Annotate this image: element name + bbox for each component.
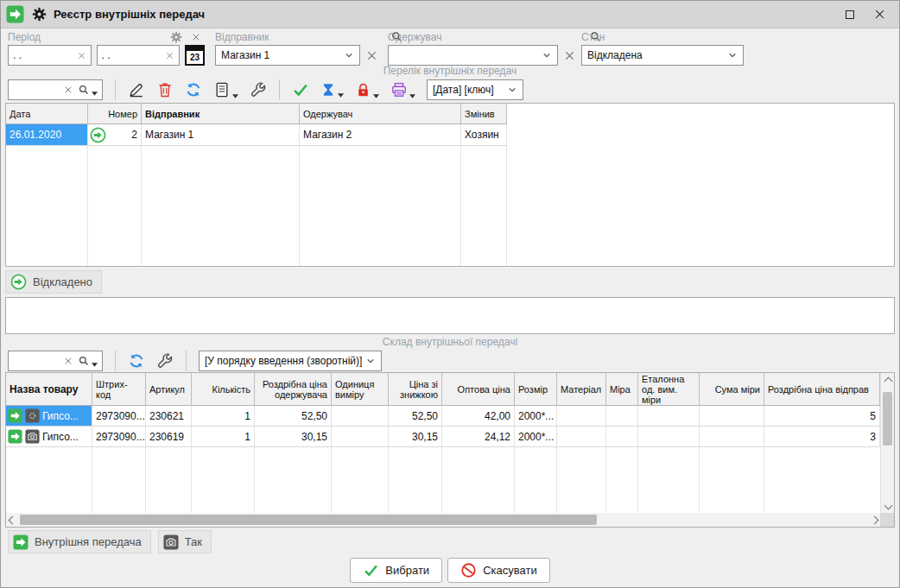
date-to-field[interactable]: . . — [97, 45, 181, 66]
product-row[interactable]: Гипсо... 2973090... 230621 1 52,50 52,50… — [6, 406, 880, 427]
filter-menu-button[interactable] — [320, 82, 344, 98]
cell-product-name[interactable]: Гипсо... — [6, 427, 92, 447]
close-button[interactable] — [865, 3, 894, 26]
state-combobox[interactable]: Відкладена — [581, 45, 744, 66]
check-icon[interactable] — [292, 81, 309, 98]
cell-size[interactable]: 2000*... — [515, 406, 557, 427]
receiver-combobox[interactable] — [388, 45, 558, 66]
column-header-changed-by[interactable]: Змінив — [461, 104, 507, 124]
cancel-button[interactable]: Скасувати — [447, 558, 550, 583]
cell-discount-price[interactable]: 52,50 — [389, 406, 442, 427]
scroll-left-arrow[interactable] — [6, 514, 18, 526]
column-header-product-name[interactable]: Назва товару — [6, 373, 92, 406]
cell-number[interactable]: 2 — [88, 124, 142, 146]
cell-ref-unit[interactable] — [638, 406, 700, 427]
column-header-quantity[interactable]: Кількість — [192, 373, 255, 406]
cell-sender[interactable]: Магазин 1 — [142, 124, 300, 146]
column-header-retail-price-receiver[interactable]: Роздрібна ціна одержувача — [255, 373, 332, 406]
column-header-size[interactable]: Розмір — [515, 373, 557, 406]
column-header-measure-total[interactable]: Сума міри — [700, 373, 764, 406]
contents-search-field[interactable] — [8, 351, 103, 371]
date-from-field[interactable]: . . — [8, 45, 92, 66]
receiver-clear-icon[interactable] — [563, 49, 576, 62]
cell-wholesale-price[interactable]: 24,12 — [442, 427, 515, 447]
date-to-clear-icon[interactable] — [165, 51, 174, 60]
cell-measure-total[interactable] — [700, 406, 764, 427]
sender-combobox[interactable]: Магазин 1 — [215, 45, 360, 66]
sender-clear-icon[interactable] — [365, 49, 378, 62]
date-from-clear-icon[interactable] — [77, 51, 86, 60]
column-header-date[interactable]: Дата — [6, 104, 88, 124]
column-header-sku[interactable]: Артикул — [146, 373, 192, 406]
column-header-discount-price[interactable]: Ціна зі знижкою — [389, 373, 442, 406]
vertical-scroll-thumb[interactable] — [883, 392, 892, 446]
cell-receiver[interactable]: Магазин 2 — [300, 124, 461, 146]
search-button[interactable] — [78, 84, 98, 96]
cell-measure[interactable] — [606, 427, 638, 447]
refresh-icon[interactable] — [185, 81, 202, 98]
cell-quantity[interactable]: 1 — [192, 427, 255, 447]
scroll-right-arrow[interactable] — [868, 514, 880, 526]
print-menu-button[interactable] — [390, 81, 415, 98]
cell-retail-price-sender[interactable]: 5 — [764, 406, 880, 427]
cell-unit[interactable] — [332, 406, 389, 427]
period-settings-gear-icon[interactable] — [170, 31, 182, 43]
search-clear-icon[interactable] — [63, 356, 73, 366]
cell-discount-price[interactable]: 30,15 — [389, 427, 442, 447]
horizontal-scroll-thumb[interactable] — [20, 515, 597, 525]
column-header-material[interactable]: Матеріал — [557, 373, 606, 406]
calendar-button[interactable]: 23 — [185, 45, 205, 66]
scroll-up-arrow[interactable] — [882, 375, 894, 387]
horizontal-scrollbar[interactable] — [6, 513, 880, 527]
cell-changed-by[interactable]: Хозяин — [461, 124, 507, 146]
cell-size[interactable]: 2000*... — [515, 427, 557, 447]
cell-retail-price-sender[interactable]: 3 — [764, 427, 880, 447]
maximize-button[interactable] — [835, 3, 865, 26]
document-menu-button[interactable] — [213, 81, 238, 98]
column-header-receiver[interactable]: Одержувач — [300, 104, 461, 124]
cell-barcode[interactable]: 2973090... — [92, 427, 146, 447]
sort-combobox[interactable]: [Дата] [ключ] — [427, 79, 523, 100]
column-header-ref-unit[interactable]: Еталонна од. вим. міри — [638, 373, 700, 406]
cell-barcode[interactable]: 2973090... — [92, 406, 146, 427]
lock-menu-button[interactable] — [355, 82, 379, 98]
vertical-scrollbar[interactable] — [880, 373, 894, 513]
column-header-retail-price-sender[interactable]: Роздрібна ціна відправ — [764, 373, 880, 406]
cell-retail-price-receiver[interactable]: 30,15 — [255, 427, 332, 447]
cell-product-name[interactable]: Гипсо... — [6, 406, 92, 427]
transfer-row[interactable]: 26.01.2020 2 Магазин 1 Магазин 2 Хозяин — [6, 124, 894, 146]
cell-sku[interactable]: 230621 — [146, 406, 192, 427]
delete-trash-icon[interactable] — [156, 81, 174, 98]
cell-measure[interactable] — [606, 406, 638, 427]
column-header-number[interactable]: Номер — [88, 104, 142, 124]
column-header-measure[interactable]: Міра — [606, 373, 638, 406]
period-clear-icon[interactable] — [191, 32, 201, 42]
column-header-sender[interactable]: Відправник — [142, 104, 300, 124]
notes-panel[interactable] — [5, 297, 895, 334]
contents-search-input[interactable] — [13, 354, 59, 368]
select-button[interactable]: Вибрати — [350, 558, 442, 583]
column-header-wholesale-price[interactable]: Оптова ціна — [442, 373, 515, 406]
edit-pencil-icon[interactable] — [128, 81, 145, 98]
cell-retail-price-receiver[interactable]: 52,50 — [255, 406, 332, 427]
cell-wholesale-price[interactable]: 42,00 — [442, 406, 515, 427]
cell-material[interactable] — [557, 427, 606, 447]
cell-measure-total[interactable] — [700, 427, 764, 447]
cell-ref-unit[interactable] — [638, 427, 700, 447]
transfers-search-field[interactable] — [8, 79, 103, 100]
cell-unit[interactable] — [332, 427, 389, 447]
transfers-search-input[interactable] — [13, 83, 59, 97]
cell-date[interactable]: 26.01.2020 — [6, 124, 88, 146]
refresh-icon[interactable] — [128, 352, 145, 370]
wrench-icon[interactable] — [156, 352, 174, 370]
order-combobox[interactable]: [У порядку введення (зворотній)] — [199, 351, 382, 371]
column-header-unit[interactable]: Одиниця виміру — [332, 373, 389, 406]
cell-sku[interactable]: 230619 — [146, 427, 192, 447]
column-header-barcode[interactable]: Штрих-код — [92, 373, 146, 406]
cell-quantity[interactable]: 1 — [192, 406, 255, 427]
search-clear-icon[interactable] — [63, 85, 73, 95]
wrench-icon[interactable] — [250, 81, 267, 98]
cell-material[interactable] — [557, 406, 606, 427]
scroll-down-arrow[interactable] — [882, 499, 894, 511]
search-button[interactable] — [78, 355, 98, 367]
